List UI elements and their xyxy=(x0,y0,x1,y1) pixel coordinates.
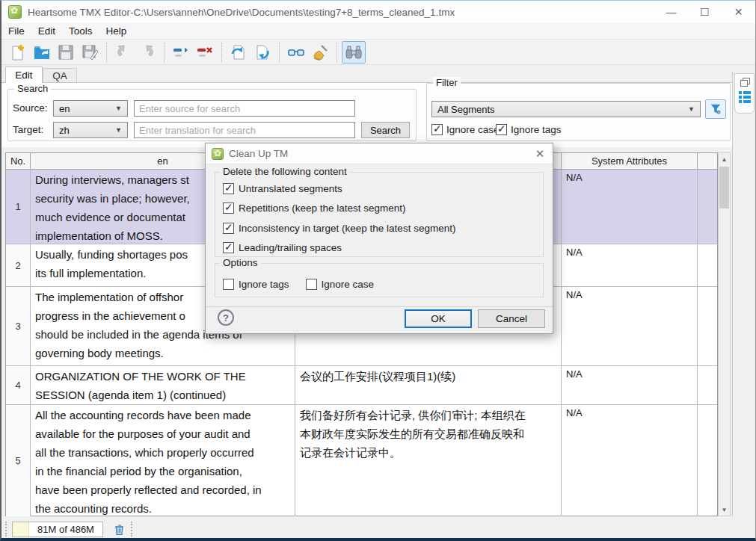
source-language-select[interactable]: en▼ xyxy=(53,100,128,117)
scroll-down-icon[interactable]: ▼ xyxy=(719,504,730,516)
spare-cell xyxy=(698,405,717,516)
menu-file[interactable]: File xyxy=(1,24,31,38)
cancel-button[interactable]: Cancel xyxy=(478,309,545,328)
garbage-collect-button[interactable] xyxy=(111,521,127,537)
search-button[interactable]: Search xyxy=(361,122,410,138)
row-number: 2 xyxy=(6,244,31,286)
attributes-cell: N/A xyxy=(562,287,698,365)
find-button[interactable] xyxy=(342,41,366,64)
tab-edit[interactable]: Edit xyxy=(5,67,43,83)
search-group-label: Search xyxy=(14,83,51,94)
scroll-up-icon[interactable]: ▲ xyxy=(719,153,730,165)
row-number: 1 xyxy=(6,170,31,244)
cleanup-button[interactable] xyxy=(308,41,332,64)
checkbox-unchecked-icon xyxy=(223,279,234,290)
filter-group: Filter All Segments▼ Ignore case Ignore … xyxy=(426,83,731,141)
vertical-scrollbar[interactable]: ▲ ▼ xyxy=(718,152,731,516)
toolbar xyxy=(1,40,755,65)
redo-button[interactable] xyxy=(135,41,159,64)
untranslated-segments-checkbox[interactable]: Untranslated segments xyxy=(223,183,535,194)
header-no[interactable]: No. xyxy=(6,153,31,169)
save-icon xyxy=(57,43,75,61)
target-cell[interactable]: 会议的工作安排(议程项目1)(续) xyxy=(295,366,562,404)
source-language-value: en xyxy=(59,103,70,114)
rotate-document-up-icon xyxy=(230,43,248,61)
delete-segment-button[interactable] xyxy=(193,41,217,64)
spare-cell xyxy=(698,287,717,365)
spare-cell xyxy=(698,244,717,286)
convert-export-button[interactable] xyxy=(251,41,274,64)
checkbox-checked-icon xyxy=(431,124,443,135)
target-cell[interactable]: 我们备好所有会计记录, 供你们审计; 本组织在 本财政年度实际发生的所有交易都准… xyxy=(295,405,562,516)
segment-list-icon[interactable] xyxy=(739,91,751,103)
merge-segment-button[interactable] xyxy=(169,41,193,64)
chevron-down-icon: ▼ xyxy=(115,105,122,112)
options-group-label: Options xyxy=(220,257,261,268)
scrollbar-thumb[interactable] xyxy=(719,167,729,208)
inconsistency-checkbox[interactable]: Inconsistency in target (keep the latest… xyxy=(223,223,535,234)
table-row[interactable]: 5 All the accounting records have been m… xyxy=(6,405,717,516)
undo-button[interactable] xyxy=(111,41,135,64)
restore-panel-icon[interactable] xyxy=(740,78,749,85)
save-as-button[interactable] xyxy=(78,41,102,64)
open-file-button[interactable] xyxy=(30,41,54,64)
dialog-ignore-tags-checkbox[interactable]: Ignore tags xyxy=(223,274,289,294)
checkbox-checked-icon xyxy=(496,124,507,135)
source-label: Source: xyxy=(13,102,48,114)
delete-segment-icon xyxy=(196,43,214,61)
repetitions-checkbox[interactable]: Repetitions (keep the latest segment) xyxy=(223,203,535,214)
source-cell[interactable]: All the accounting records have been mad… xyxy=(31,405,295,516)
row-number: 4 xyxy=(6,366,31,404)
delete-content-group: Delete the following content Untranslate… xyxy=(215,172,544,257)
help-button[interactable]: ? xyxy=(218,309,234,326)
edit-panel: Search Source: en▼ Target: zh▼ Search Fi… xyxy=(1,82,732,147)
minimize-button[interactable]: — xyxy=(654,1,688,23)
filter-select[interactable]: All Segments▼ xyxy=(431,101,701,117)
dialog-ignore-case-checkbox[interactable]: Ignore case xyxy=(306,274,375,294)
ok-button[interactable]: OK xyxy=(405,309,472,328)
ignore-case-checkbox[interactable]: Ignore case xyxy=(431,124,500,135)
open-folder-icon xyxy=(33,43,51,61)
options-group: Options Ignore tags Ignore case xyxy=(215,263,544,297)
collapsed-view-rail xyxy=(734,73,755,114)
leading-trailing-spaces-label: Leading/trailing spaces xyxy=(239,242,342,253)
chevron-down-icon: ▼ xyxy=(115,126,122,134)
row-number: 5 xyxy=(6,405,31,516)
tab-qa[interactable]: QA xyxy=(43,68,77,83)
filter-settings-button[interactable] xyxy=(705,99,726,119)
convert-import-button[interactable] xyxy=(227,41,251,64)
binoculars-icon xyxy=(345,43,363,61)
table-row[interactable]: 4 ORGANIZATION OF THE WORK OF THE SESSIO… xyxy=(6,366,717,405)
dialog-close-button[interactable]: ✕ xyxy=(527,147,553,161)
header-spare xyxy=(698,153,717,169)
target-language-select[interactable]: zh▼ xyxy=(53,122,128,138)
tab-bar: Edit QA xyxy=(1,67,732,83)
dialog-ignore-tags-label: Ignore tags xyxy=(239,279,289,290)
preview-button[interactable] xyxy=(284,41,308,64)
leading-trailing-spaces-checkbox[interactable]: Leading/trailing spaces xyxy=(223,242,535,253)
menu-edit[interactable]: Edit xyxy=(31,24,62,38)
filter-value: All Segments xyxy=(437,104,495,115)
glasses-icon xyxy=(287,43,305,61)
attributes-cell: N/A xyxy=(562,244,698,286)
memory-usage: 81M of 486M xyxy=(29,524,102,535)
dialog-separator xyxy=(206,306,553,307)
memory-swatch xyxy=(13,522,29,537)
save-button[interactable] xyxy=(54,41,78,64)
close-button[interactable]: ✕ xyxy=(722,1,755,23)
title-bar: Heartsome TMX Editor-C:\Users\anneh\OneD… xyxy=(1,1,755,23)
source-cell[interactable]: ORGANIZATION OF THE WORK OF THE SESSION … xyxy=(31,366,295,404)
header-system-attributes[interactable]: System Attributes xyxy=(562,153,698,169)
target-search-input[interactable] xyxy=(134,122,355,138)
menu-tools[interactable]: Tools xyxy=(62,24,99,38)
ignore-case-label: Ignore case xyxy=(446,124,500,135)
maximize-button[interactable]: ☐ xyxy=(688,1,722,23)
menu-help[interactable]: Help xyxy=(99,24,134,38)
ignore-tags-checkbox[interactable]: Ignore tags xyxy=(496,124,562,135)
memory-indicator: 81M of 486M xyxy=(12,522,103,537)
trash-icon xyxy=(113,523,126,536)
new-file-button[interactable] xyxy=(6,41,30,64)
dialog-title-bar: Clean Up TM ✕ xyxy=(206,143,553,164)
grip-handle xyxy=(5,522,7,537)
source-search-input[interactable] xyxy=(134,100,355,117)
